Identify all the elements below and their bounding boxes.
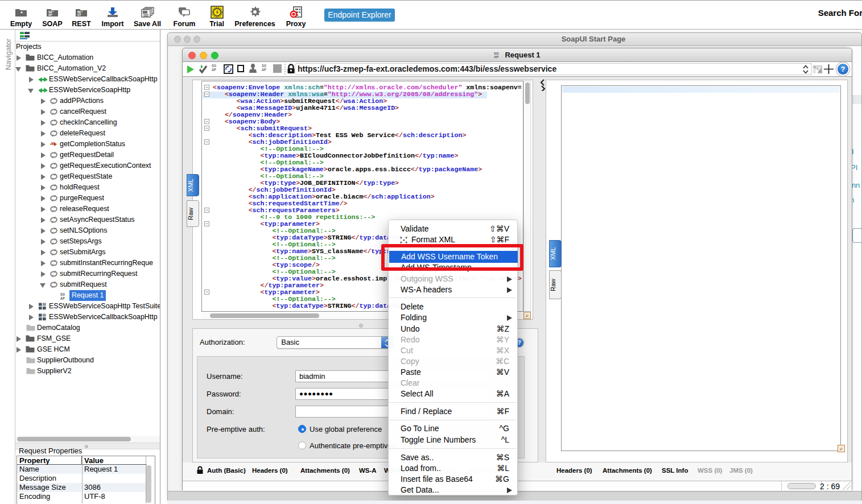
svg-text:AP: AP (48, 13, 52, 17)
svg-text:ST: ST (77, 13, 81, 17)
svg-text:AP: AP (494, 55, 498, 59)
svg-text:AP: AP (60, 297, 65, 300)
svg-text:SO: SO (60, 293, 65, 297)
svg-text:*: * (20, 10, 23, 16)
